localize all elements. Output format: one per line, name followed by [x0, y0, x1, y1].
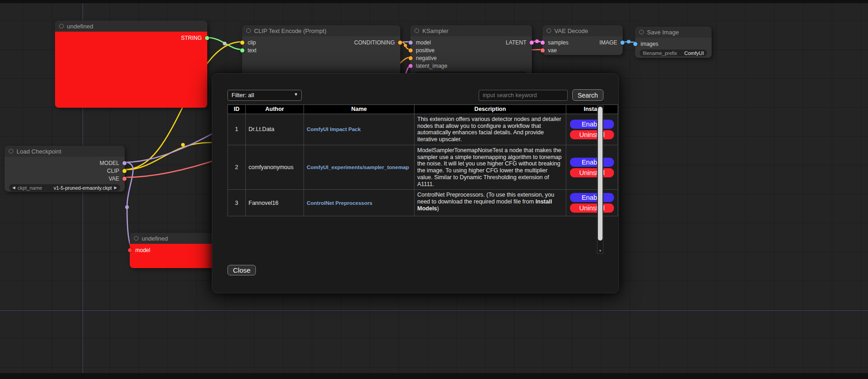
text-input-dot[interactable]	[240, 48, 244, 52]
cell-install: Enable Uninstall	[566, 114, 618, 145]
node-title-bar[interactable]: Save Image	[635, 27, 712, 38]
conditioning-output-dot[interactable]	[398, 40, 402, 44]
grid-axis-horizontal	[0, 310, 868, 311]
enable-button[interactable]: Enable	[570, 193, 614, 202]
widget-label: filename_prefix	[643, 50, 677, 56]
slot-label: MODEL	[100, 160, 119, 166]
uninstall-button[interactable]: Uninstall	[570, 130, 614, 139]
node-title-bar[interactable]: VAE Decode	[542, 25, 623, 36]
slot-label: latent_image	[416, 63, 448, 69]
slot-label: images	[641, 41, 658, 47]
output-slot-string: STRING	[55, 34, 207, 42]
collapse-dot-icon[interactable]	[547, 28, 551, 33]
filter-select[interactable]: Filter: all	[227, 90, 302, 101]
output-slot-conditioning: CONDITIONING	[242, 38, 400, 46]
filename-prefix-widget[interactable]: filename_prefix ComfyUI	[640, 49, 707, 56]
slot-label: CONDITIONING	[354, 39, 395, 46]
table-scrollbar[interactable]: ▼	[597, 104, 603, 254]
slot-label: model	[135, 247, 150, 253]
extension-link[interactable]: ComfyUI_experiments/sampler_tonemap	[307, 165, 409, 170]
description-text: ControlNet Preprocessors. (To use this e…	[417, 192, 554, 205]
slot-label: VAE	[109, 176, 119, 182]
node-load-checkpoint[interactable]: Load Checkpoint MODEL CLIP VAE ◀ ckpt_na…	[5, 146, 125, 192]
widget-value: ComfyUI	[684, 50, 704, 56]
vae-output-dot[interactable]	[122, 176, 127, 181]
latent-output-dot[interactable]	[530, 40, 534, 44]
collapse-dot-icon[interactable]	[59, 24, 64, 28]
widget-value: v1-5-pruned-emaonly.ckpt	[54, 185, 112, 191]
manager-controls: Filter: all ▼ Search	[227, 89, 603, 101]
collapse-dot-icon[interactable]	[415, 28, 419, 33]
clip-output-dot[interactable]	[122, 169, 127, 173]
output-slot-clip: CLIP	[5, 167, 125, 175]
cell-id: 2	[228, 145, 246, 190]
collapse-dot-icon[interactable]	[134, 236, 138, 241]
enable-button[interactable]: Enable	[570, 120, 614, 129]
model-input-dot[interactable]	[128, 248, 132, 252]
node-title-bar[interactable]: KSampler	[410, 25, 532, 36]
cell-description: ControlNet Preprocessors. (To use this e…	[415, 190, 566, 216]
node-title: VAE Decode	[554, 27, 588, 34]
extensions-table-area: ID Author Name Description Install 1 Dr.…	[227, 104, 603, 254]
ckpt-name-widget[interactable]: ◀ ckpt_name v1-5-pruned-emaonly.ckpt ▶	[9, 184, 120, 191]
cell-id: 3	[228, 190, 246, 216]
close-button[interactable]: Close	[227, 265, 256, 275]
node-undefined-top[interactable]: undefined STRING	[55, 21, 207, 108]
custom-nodes-manager-dialog: Filter: all ▼ Search ID Author Name Desc…	[212, 73, 619, 293]
table-row: 2 comfyanonymous ComfyUI_experiments/sam…	[228, 145, 618, 190]
node-title: Load Checkpoint	[17, 148, 61, 155]
scrollbar-thumb[interactable]	[598, 107, 603, 241]
collapse-dot-icon[interactable]	[246, 28, 251, 33]
search-input[interactable]	[479, 90, 568, 101]
slot-label: LATENT	[506, 39, 526, 46]
search-button[interactable]: Search	[572, 89, 603, 101]
scroll-down-arrow-icon[interactable]: ▼	[597, 249, 603, 253]
description-text: )	[437, 205, 439, 212]
node-vae-decode[interactable]: VAE Decode samples vae IMAGE	[542, 25, 623, 55]
cell-description: This extension offers various detector n…	[415, 114, 566, 145]
next-arrow-icon[interactable]: ▶	[114, 186, 117, 190]
collapse-dot-icon[interactable]	[9, 149, 13, 154]
input-slot-images: images	[635, 40, 712, 48]
model-output-dot[interactable]	[122, 161, 127, 165]
input-slot-latent-image: latent_image	[410, 62, 532, 70]
negative-input-dot[interactable]	[409, 56, 413, 60]
widget-label: ckpt_name	[17, 185, 42, 191]
image-output-dot[interactable]	[620, 40, 625, 44]
enable-button[interactable]: Enable	[570, 158, 614, 167]
node-title: Save Image	[647, 29, 679, 36]
slot-label: CLIP	[107, 168, 119, 174]
latent-image-input-dot[interactable]	[409, 64, 413, 68]
vae-input-dot[interactable]	[541, 48, 545, 52]
extensions-table: ID Author Name Description Install 1 Dr.…	[227, 104, 618, 216]
node-title-bar[interactable]: Load Checkpoint	[5, 146, 125, 157]
slot-label: vae	[548, 47, 557, 54]
uninstall-button[interactable]: Uninstall	[570, 168, 614, 177]
uninstall-button[interactable]: Uninstall	[570, 203, 614, 213]
positive-input-dot[interactable]	[409, 48, 413, 52]
collapse-dot-icon[interactable]	[639, 30, 644, 34]
node-title: KSampler	[422, 27, 448, 34]
slot-label: negative	[416, 55, 437, 61]
node-title: undefined	[67, 23, 93, 30]
output-slot-vae: VAE	[5, 175, 125, 182]
images-input-dot[interactable]	[633, 42, 637, 46]
extension-link[interactable]: ComfyUI Impact Pack	[307, 126, 361, 132]
string-output-dot[interactable]	[205, 36, 209, 40]
extension-link[interactable]: ControlNet Preprocessors	[307, 200, 372, 206]
node-save-image[interactable]: Save Image images filename_prefix ComfyU…	[635, 27, 712, 58]
node-title-bar[interactable]: CLIP Text Encode (Prompt)	[242, 25, 400, 36]
cell-install: Enable Uninstall	[566, 190, 618, 216]
node-title-bar[interactable]: undefined	[55, 21, 207, 32]
column-header-description: Description	[415, 105, 566, 114]
window-edge-top	[0, 0, 868, 3]
output-slot-image: IMAGE	[542, 38, 623, 46]
column-header-install: Install	[566, 105, 618, 114]
column-header-name: Name	[304, 105, 415, 114]
input-slot-vae: vae	[542, 46, 623, 54]
filter-dropdown[interactable]: Filter: all ▼	[227, 90, 302, 101]
input-slot-text: text	[242, 46, 400, 54]
output-slot-model: MODEL	[5, 159, 125, 167]
prev-arrow-icon[interactable]: ◀	[12, 186, 15, 190]
cell-install: Enable Uninstall	[566, 145, 618, 190]
